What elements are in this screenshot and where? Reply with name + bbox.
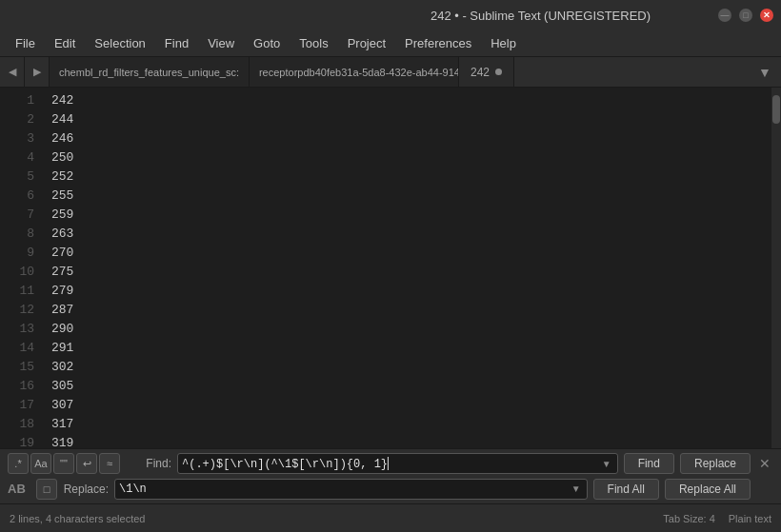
code-line: 302 [51,358,764,377]
line-number: 19 [4,434,34,448]
find-button[interactable]: Find [624,453,674,474]
regex-button[interactable]: .* [8,453,29,474]
code-line: 291 [51,339,764,358]
line-number: 1 [4,91,34,110]
vertical-scrollbar[interactable] [771,88,781,448]
minimize-button[interactable]: — [718,9,731,22]
code-line: 244 [51,110,764,129]
wrap-button[interactable]: ↩ [76,453,97,474]
replace-input-wrap[interactable]: ▼ [114,479,588,500]
line-number: 16 [4,377,34,396]
find-options: .* Aa "" ↩ ≈ [8,453,120,474]
maximize-button[interactable]: □ [739,9,752,22]
menu-file[interactable]: File [6,32,45,54]
menu-view[interactable]: View [198,32,244,54]
code-line: 319 [51,434,764,448]
find-bar: .* Aa "" ↩ ≈ Find: ▼ Find Replace ✕ AB □… [0,448,781,503]
status-bar: 2 lines, 4 characters selected Tab Size:… [0,503,781,532]
line-number: 8 [4,225,34,244]
replace-all-button[interactable]: Replace All [665,479,751,500]
find-label: Find: [126,457,171,470]
line-number: 9 [4,244,34,263]
line-number: 15 [4,358,34,377]
line-number: 12 [4,301,34,320]
code-line: 279 [51,282,764,301]
line-number: 3 [4,129,34,148]
code-line: 275 [51,263,764,282]
code-line: 270 [51,244,764,263]
replace-label: Replace: [63,483,109,496]
tab-chembl[interactable]: chembl_rd_filters_features_unique_sc: [50,57,250,87]
find-close-button[interactable]: ✕ [756,455,773,472]
line-number: 4 [4,148,34,167]
tab-overflow-button[interactable]: ▼ [754,62,775,83]
tab-next-button[interactable]: ▶ [25,57,50,87]
replace-button[interactable]: Replace [680,453,751,474]
menu-preferences[interactable]: Preferences [395,32,481,54]
editor-area: 123456789101112131415161718192021222324 … [0,88,781,448]
line-number: 17 [4,396,34,415]
line-number: 14 [4,339,34,358]
code-area[interactable]: 2422442462502522552592632702752792872902… [44,88,771,448]
replace-options: AB □ [8,479,57,500]
code-line: 307 [51,396,764,415]
tab-bar: ◀ ▶ chembl_rd_filters_features_unique_sc… [0,57,781,88]
scrollbar-thumb[interactable] [772,95,780,124]
tab-active-label: 242 [471,66,490,79]
find-input[interactable] [182,454,600,473]
code-line: 250 [51,148,764,167]
menu-bar: File Edit Selection Find View Goto Tools… [0,30,781,57]
find-input-wrap[interactable]: ▼ [177,453,618,474]
line-number: 11 [4,282,34,301]
code-line: 290 [51,320,764,339]
code-line: 255 [51,187,764,206]
code-line: 246 [51,129,764,148]
ab-badge: AB [8,482,34,496]
menu-edit[interactable]: Edit [45,32,85,54]
menu-tools[interactable]: Tools [290,32,337,54]
title-bar: 242 • - Sublime Text (UNREGISTERED) — □ … [0,0,781,30]
code-line: 259 [51,206,764,225]
line-number: 7 [4,206,34,225]
tab-prev-button[interactable]: ◀ [0,57,25,87]
tab-active[interactable]: 242 [459,57,514,87]
code-line: 317 [51,415,764,434]
code-line: 305 [51,377,764,396]
line-number: 5 [4,167,34,187]
menu-selection[interactable]: Selection [85,32,154,54]
code-line: 263 [51,225,764,244]
tab-receptor[interactable]: receptorpdb40feb31a-5da8-432e-ab44-91405… [250,57,459,87]
code-line: 242 [51,91,764,110]
find-dropdown-button[interactable]: ▼ [600,459,613,469]
menu-help[interactable]: Help [481,32,526,54]
menu-find[interactable]: Find [155,32,198,54]
menu-project[interactable]: Project [338,32,395,54]
line-number: 13 [4,320,34,339]
tab-active-dot [495,69,502,75]
menu-goto[interactable]: Goto [244,32,290,54]
tab-size[interactable]: Tab Size: 4 [663,513,714,524]
line-number: 10 [4,263,34,282]
tab-receptor-label: receptorpdb40feb31a-5da8-432e-ab44-91405… [259,67,459,78]
preserve-case-button[interactable]: □ [36,479,57,500]
replace-input[interactable] [119,480,570,499]
replace-dropdown-button[interactable]: ▼ [570,483,583,494]
line-numbers: 123456789101112131415161718192021222324 [0,88,44,448]
whole-word-button[interactable]: "" [53,453,74,474]
line-number: 2 [4,110,34,129]
code-line: 252 [51,167,764,187]
find-all-button[interactable]: Find All [593,479,659,500]
window-title: 242 • - Sublime Text (UNREGISTERED) [363,9,718,23]
file-type[interactable]: Plain text [729,513,771,524]
case-sensitive-button[interactable]: Aa [30,453,51,474]
line-number: 18 [4,415,34,434]
tab-chembl-label: chembl_rd_filters_features_unique_sc: [59,67,239,78]
selection-info[interactable]: 2 lines, 4 characters selected [10,513,145,524]
in-selection-button[interactable]: ≈ [99,453,120,474]
line-number: 6 [4,187,34,206]
close-button[interactable]: ✕ [760,9,773,22]
code-line: 287 [51,301,764,320]
